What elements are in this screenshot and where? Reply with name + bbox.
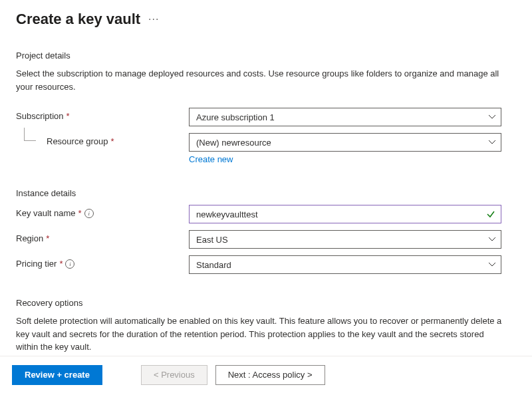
more-options-icon[interactable]: ··· xyxy=(148,13,159,25)
required-asterisk: * xyxy=(78,208,82,218)
required-asterisk: * xyxy=(66,111,70,121)
required-asterisk: * xyxy=(111,136,114,146)
next-button[interactable]: Next : Access policy > xyxy=(215,365,325,385)
pricing-tier-row: Pricing tier * i Standard xyxy=(16,255,516,274)
region-dropdown[interactable]: East US xyxy=(189,230,501,249)
required-asterisk: * xyxy=(59,259,63,269)
chevron-down-icon xyxy=(489,115,495,119)
create-new-link[interactable]: Create new xyxy=(189,154,233,164)
chevron-down-icon xyxy=(489,263,495,267)
nest-line-icon xyxy=(24,128,36,141)
required-asterisk: * xyxy=(46,233,49,243)
chevron-down-icon xyxy=(489,140,495,144)
keyvault-name-row: Key vault name * i newkeyvaulttest xyxy=(16,205,516,223)
region-row: Region * East US xyxy=(16,230,516,249)
subscription-label: Subscription * xyxy=(16,108,189,121)
title-row: Create a key vault ··· xyxy=(16,11,516,28)
footer-bar: Review + create < Previous Next : Access… xyxy=(0,356,532,393)
previous-button: < Previous xyxy=(141,365,207,385)
subscription-dropdown[interactable]: Azure subscription 1 xyxy=(189,108,501,126)
review-create-button[interactable]: Review + create xyxy=(12,365,102,385)
keyvault-name-input[interactable]: newkeyvaulttest xyxy=(189,205,501,223)
subscription-row: Subscription * Azure subscription 1 xyxy=(16,108,516,126)
instance-details-heading: Instance details xyxy=(16,188,516,198)
resource-group-label: Resource group * xyxy=(16,133,189,146)
page-title: Create a key vault xyxy=(16,11,140,28)
recovery-options-heading: Recovery options xyxy=(16,298,516,308)
pricing-tier-dropdown[interactable]: Standard xyxy=(189,255,501,274)
info-icon[interactable]: i xyxy=(65,259,74,269)
region-label: Region * xyxy=(16,230,189,243)
chevron-down-icon xyxy=(489,237,495,241)
resource-group-row: Resource group * (New) newresource Creat… xyxy=(16,133,516,164)
project-details-heading: Project details xyxy=(16,51,516,61)
project-details-description: Select the subscription to manage deploy… xyxy=(16,67,508,93)
keyvault-name-label: Key vault name * i xyxy=(16,205,189,218)
info-icon[interactable]: i xyxy=(84,209,94,218)
recovery-options-description: Soft delete protection will automaticall… xyxy=(16,315,508,354)
pricing-tier-label: Pricing tier * i xyxy=(16,255,189,269)
resource-group-dropdown[interactable]: (New) newresource xyxy=(189,133,501,152)
checkmark-icon xyxy=(486,209,495,219)
page-content: Create a key vault ··· Project details S… xyxy=(0,0,532,356)
